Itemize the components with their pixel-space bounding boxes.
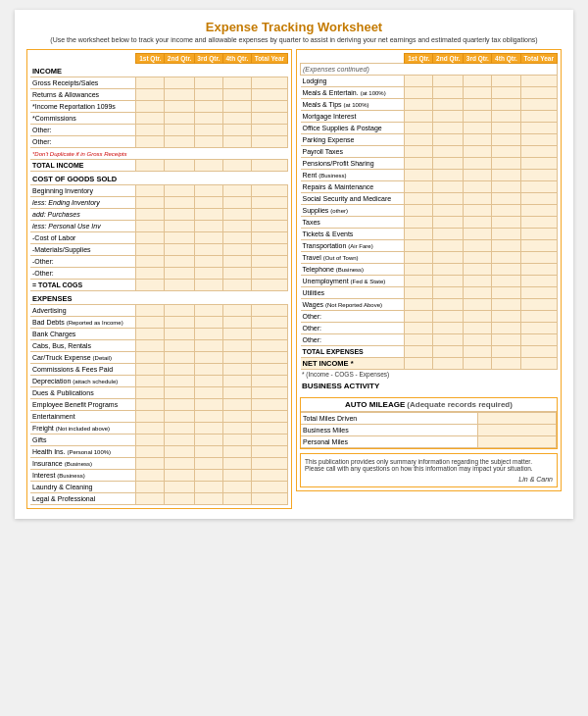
table-row: Payroll Taxes (301, 146, 558, 158)
rcol-q3: 3rd Qtr. (464, 54, 492, 64)
table-row: Mortgage Interest (301, 111, 558, 123)
table-row: Total Miles Driven (301, 413, 557, 425)
table-row: Returns & Allowances (30, 89, 288, 101)
table-row: add: Purchases (30, 209, 288, 221)
table-row: Bank Charges (30, 329, 288, 340)
right-column: 1st Qtr. 2nd Qtr. 3rd Qtr. 4th Qtr. Tota… (296, 49, 562, 509)
page-subtitle: (Use the worksheet below to track your i… (26, 36, 562, 43)
content-area: 1st Qtr. 2nd Qtr. 3rd Qtr. 4th Qtr. Tota… (26, 49, 562, 509)
page-title: Expense Tracking Worksheet (26, 20, 562, 34)
company-name: Lin & Cann (305, 476, 553, 483)
total-income-row: TOTAL INCOME (30, 160, 288, 172)
col-q2: 2nd Qtr. (165, 54, 195, 64)
rcol-q4: 4th Qtr. (492, 54, 520, 64)
table-row: Personal Miles (301, 436, 557, 448)
table-row: Other: (301, 334, 558, 346)
col-q4: 4th Qtr. (222, 54, 251, 64)
table-row: Laundry & Cleaning (30, 482, 288, 493)
table-row: Gross Receipts/Sales (30, 77, 288, 89)
table-row: Health Ins. (Personal 100%) (30, 446, 288, 458)
table-row: less: Ending Inventory (30, 197, 288, 209)
table-row: Meals & Tips (at 100%) (301, 99, 558, 111)
table-row: Legal & Professional (30, 493, 288, 505)
auto-mileage-table: Total Miles Driven Business Miles Person… (301, 412, 557, 448)
table-row: -Other: (30, 256, 288, 268)
rcol-total: Total Year (520, 54, 557, 64)
table-row: Bad Debts (Reported as Income) (30, 317, 288, 329)
table-row: Cabs, Bus, Rentals (30, 340, 288, 352)
footer-note: This publication provides only summary i… (300, 453, 558, 487)
table-row: Pensions/Profit Sharing (301, 158, 558, 170)
table-row: Car/Truck Expense (Detail) (30, 352, 288, 364)
table-row: Tickets & Events (301, 229, 558, 240)
table-row: Freight (Not included above) (30, 423, 288, 435)
table-row: Supplies (other) (301, 205, 558, 217)
right-table: 1st Qtr. 2nd Qtr. 3rd Qtr. 4th Qtr. Tota… (300, 53, 558, 370)
table-row: Gifts (30, 435, 288, 446)
table-row: Telephone (Business) (301, 264, 558, 276)
auto-mileage-section: AUTO MILEAGE (Adequate records required)… (300, 397, 558, 449)
table-row: Office Supplies & Postage (301, 123, 558, 134)
table-row: Depreciation (attach schedule) (30, 376, 288, 387)
table-row: Wages (Not Reported Above) (301, 299, 558, 311)
expenses-continued-row: (Expenses continued) (301, 64, 558, 76)
table-row: Parking Expense (301, 134, 558, 146)
table-row: *Income Reportation 1099s (30, 101, 288, 113)
col-q1: 1st Qtr. (136, 54, 165, 64)
table-row: Other: (301, 323, 558, 334)
right-border: 1st Qtr. 2nd Qtr. 3rd Qtr. 4th Qtr. Tota… (296, 49, 562, 491)
table-row: -Cost of Labor (30, 232, 288, 244)
table-row: Unemployment (Fed & State) (301, 276, 558, 287)
footer-text: This publication provides only summary i… (305, 458, 553, 472)
table-row: -Other: (30, 268, 288, 280)
table-row: Commissions & Fees Paid (30, 364, 288, 376)
left-border: 1st Qtr. 2nd Qtr. 3rd Qtr. 4th Qtr. Tota… (26, 49, 292, 509)
col-total: Total Year (251, 54, 287, 64)
income-header: INCOME (30, 64, 288, 77)
table-row: Beginning Inventory (30, 185, 288, 197)
left-table: 1st Qtr. 2nd Qtr. 3rd Qtr. 4th Qtr. Tota… (30, 53, 288, 505)
table-row: Dues & Publications (30, 387, 288, 399)
table-row: *Commissions (30, 113, 288, 125)
table-row: Transportation (Air Fare) (301, 240, 558, 252)
cogs-header: COST OF GOODS SOLD (30, 172, 288, 185)
table-row: Meals & Entertain. (at 100%) (301, 87, 558, 99)
col-q3: 3rd Qtr. (194, 54, 222, 64)
left-column: 1st Qtr. 2nd Qtr. 3rd Qtr. 4th Qtr. Tota… (26, 49, 292, 509)
table-row: Taxes (301, 217, 558, 229)
business-activity-label: BUSINESS ACTIVITY (300, 379, 558, 393)
net-income-row: NET INCOME * (301, 358, 558, 370)
expenses-header: EXPENSES (30, 291, 288, 305)
table-row: Business Miles (301, 425, 557, 436)
total-cogs-row: = TOTAL COGS (30, 280, 288, 291)
note-row: *Don't Duplicate if in Gross Receipts (30, 148, 288, 160)
table-row: Advertising (30, 305, 288, 317)
table-row: less: Personal Use Inv (30, 221, 288, 232)
table-row: Other: (30, 136, 288, 148)
page: Expense Tracking Worksheet (Use the work… (15, 10, 573, 519)
table-row: Interest (Business) (30, 470, 288, 482)
table-row: -Materials/Supplies (30, 244, 288, 256)
star-note: * (Income - COGS - Expenses) (300, 370, 558, 379)
table-row: Repairs & Maintenance (301, 181, 558, 193)
rcol-q1: 1st Qtr. (405, 54, 433, 64)
table-row: Employee Benefit Programs (30, 399, 288, 411)
table-row: Rent (Business) (301, 170, 558, 181)
total-expenses-row: TOTAL EXPENSES (301, 346, 558, 358)
table-row: Insurance (Business) (30, 458, 288, 470)
table-row: Social Security and Medicare (301, 193, 558, 205)
auto-mileage-title: AUTO MILEAGE (Adequate records required) (301, 398, 557, 412)
table-row: Other: (30, 125, 288, 136)
table-row: Other: (301, 311, 558, 323)
table-row: Travel (Out of Town) (301, 252, 558, 264)
table-row: Lodging (301, 76, 558, 87)
table-row: Utilities (301, 287, 558, 299)
rcol-q2: 2nd Qtr. (433, 54, 464, 64)
table-row: Entertainment (30, 411, 288, 423)
